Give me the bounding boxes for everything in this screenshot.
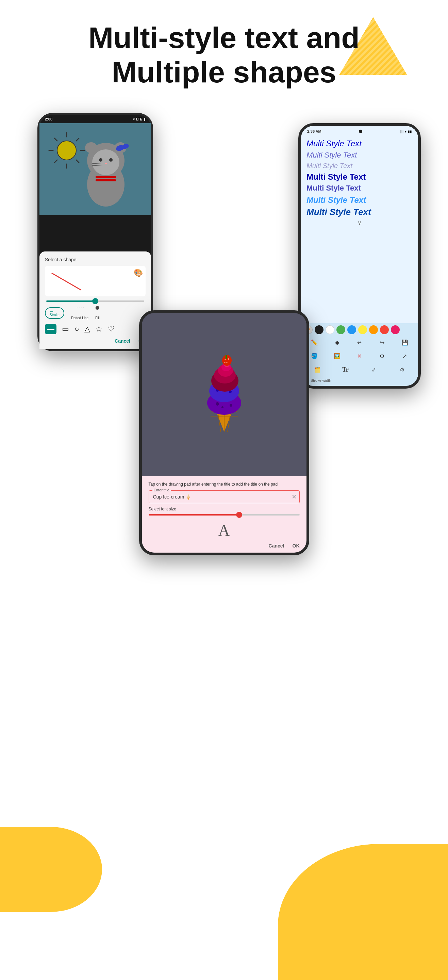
phone-right-screen: 2:36 AM |||| ▾ ▮▮ Multi Style Text Multi… (301, 126, 418, 386)
svg-point-54 (226, 362, 227, 363)
svg-point-17 (92, 150, 119, 175)
svg-line-10 (76, 160, 79, 163)
color-green[interactable] (337, 325, 345, 334)
line-shape-icon[interactable]: — (45, 324, 56, 334)
stickers-tool[interactable]: 🗂️ (311, 363, 324, 375)
slider-track (46, 301, 144, 302)
bucket-tool[interactable]: 🪣 (308, 350, 321, 362)
enter-title-label: Enter title (153, 488, 171, 492)
stroke-width-bar: Stroke width (304, 377, 415, 384)
color-orange[interactable] (369, 325, 378, 334)
shape-selector-title: Select a shape (45, 257, 146, 262)
phone-left: 2:00 ▾ LTE ▮ (37, 113, 153, 351)
svg-point-18 (99, 158, 102, 162)
header-section: Multi-style text and Multiple shapes (0, 0, 448, 99)
pencil-tool[interactable]: ✏️ (308, 336, 321, 348)
status-icons-right: |||| ▾ ▮▮ (400, 130, 412, 134)
stroke-button[interactable]: — Stroke (45, 307, 64, 319)
cancel-button-left[interactable]: Cancel (114, 338, 130, 344)
circle-shape-icon[interactable]: ○ (75, 325, 79, 334)
color-row: 🎨 (304, 325, 415, 334)
status-bar-left: 2:00 ▾ LTE ▮ (40, 115, 151, 123)
ok-button-bottom[interactable]: OK (292, 543, 300, 549)
fill-button[interactable]: ⚫ Fill (95, 306, 100, 320)
text-style-2: Multi Style Text (307, 150, 413, 160)
expand-tool[interactable]: ⤢ (368, 363, 380, 375)
tool-row-1: ✏️ ◆ ↩ ↪ 💾 (304, 336, 415, 348)
size-slider[interactable] (45, 301, 146, 302)
font-size-slider[interactable] (149, 514, 300, 515)
signal-icon: ▮ (143, 118, 146, 121)
rectangle-shape-icon[interactable]: ▭ (62, 325, 69, 334)
svg-point-37 (216, 402, 219, 406)
slider-thumb[interactable] (92, 298, 98, 304)
dialog-actions: Cancel OK (149, 543, 300, 549)
share-tool[interactable]: ↗ (399, 350, 411, 362)
star-shape-icon[interactable]: ☆ (95, 325, 102, 334)
svg-rect-51 (226, 355, 227, 359)
clear-input-button[interactable]: ✕ (292, 493, 297, 501)
text-style-1: Multi Style Text (307, 138, 413, 149)
connect-tool[interactable]: ⚙ (376, 350, 388, 362)
action-buttons-left: Cancel OK (45, 338, 146, 344)
color-pink[interactable] (391, 325, 400, 334)
color-yellow[interactable] (358, 325, 367, 334)
color-red[interactable] (380, 325, 389, 334)
text-tool[interactable]: Tr (340, 363, 352, 375)
wifi-icon: ▾ (133, 118, 135, 121)
shape-icons-row: — ▭ ○ △ ☆ ♡ (45, 324, 146, 334)
palette-icon[interactable]: 🎨 (134, 269, 143, 277)
font-slider-fill (149, 514, 239, 515)
stroke-label: Stroke (50, 313, 60, 317)
dotted-line-button[interactable]: · · · · · Dotted Line (71, 306, 89, 320)
expand-arrow[interactable]: ∨ (307, 220, 413, 226)
fill-label: Fill (95, 316, 100, 320)
text-styles-area: Multi Style Text Multi Style Text Multi … (301, 135, 418, 323)
stroke-btn-box: — Stroke (45, 307, 64, 319)
ice-cream-area (142, 313, 307, 476)
undo-tool[interactable]: ↩ (353, 336, 366, 348)
shape-preview-area: 🎨 (45, 266, 146, 296)
svg-point-19 (109, 158, 113, 162)
stroke-dash: — (50, 309, 53, 313)
image-tool[interactable]: 🖼️ (331, 350, 343, 362)
drawing-area-left (40, 123, 151, 215)
page-title: Multi-style text and Multiple shapes (27, 21, 421, 89)
svg-line-12 (76, 138, 79, 141)
triangle-shape-icon[interactable]: △ (84, 325, 90, 334)
svg-rect-27 (95, 179, 116, 181)
settings-tool[interactable]: ⚙ (396, 363, 408, 375)
cancel-button-bottom[interactable]: Cancel (269, 543, 284, 549)
svg-point-4 (57, 141, 76, 160)
time-left: 2:00 (45, 117, 52, 121)
font-preview: A (149, 521, 300, 540)
bg-wave-right (278, 844, 448, 980)
phones-container: 2:00 ▾ LTE ▮ (0, 113, 448, 759)
title-input-container[interactable]: Enter title ✕ (149, 490, 300, 503)
svg-line-9 (54, 138, 57, 141)
redo-tool[interactable]: ↪ (376, 336, 388, 348)
tool-row-2: 🪣 🖼️ ✕ ⚙ ↗ (304, 350, 415, 362)
title-input[interactable] (149, 491, 299, 503)
dotted-dash: · · · · · (76, 306, 84, 310)
phone-toolbar: 🎨 ✏️ ◆ ↩ ↪ 💾 (301, 323, 418, 386)
svg-point-23 (121, 146, 124, 149)
status-icons-left: ▾ LTE ▮ (133, 117, 146, 121)
font-slider-track (149, 514, 300, 515)
dialog-instruction: Tap on the drawing pad after entering th… (149, 482, 300, 487)
delete-tool[interactable]: ✕ (353, 350, 366, 362)
heart-shape-icon[interactable]: ♡ (108, 325, 114, 334)
color-black[interactable] (315, 325, 324, 334)
tool-row-3: 🗂️ Tr ⤢ ⚙ (304, 363, 415, 375)
text-style-7: Multi Style Text (307, 207, 413, 218)
bg-wave-left (0, 827, 102, 912)
battery-icon-right: ▮▮ (408, 130, 412, 134)
font-slider-thumb[interactable] (236, 512, 242, 518)
color-blue[interactable] (347, 325, 356, 334)
save-tool[interactable]: 💾 (399, 336, 411, 348)
title-line2: Multiple shapes (111, 55, 336, 89)
slider-fill (46, 301, 95, 302)
punch-hole-right (359, 130, 362, 133)
diamond-tool[interactable]: ◆ (331, 336, 343, 348)
color-white[interactable] (326, 325, 334, 334)
